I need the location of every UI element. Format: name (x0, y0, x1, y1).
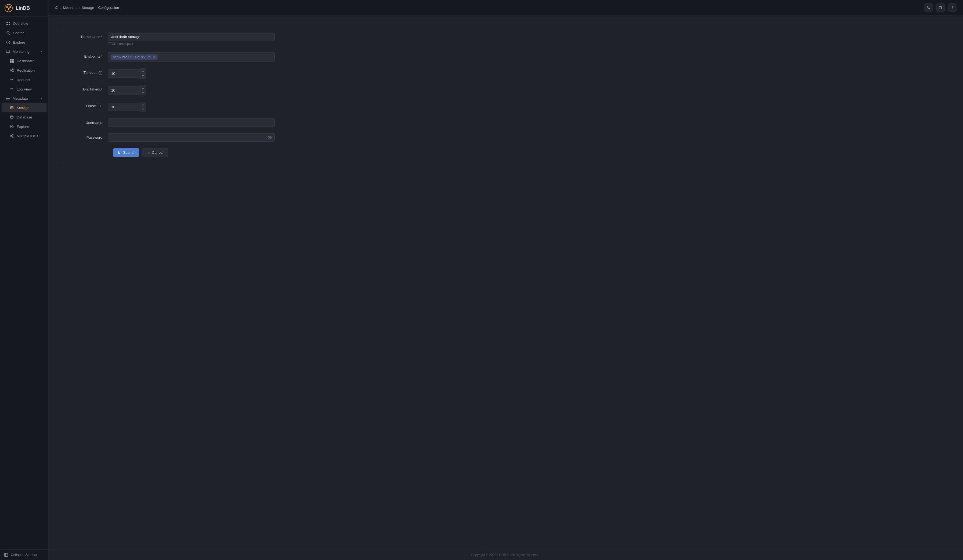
database-icon (10, 115, 14, 119)
password-toggle-btn[interactable] (268, 136, 272, 140)
storage-icon (10, 105, 14, 110)
sidebar-item-replication[interactable]: Replication (2, 66, 47, 75)
sidebar-section-metadata-label: Metadata (13, 96, 28, 100)
breadcrumb-storage[interactable]: Storage (82, 6, 94, 10)
lease-ttl-number-wrapper: ▲ ▼ (108, 102, 151, 112)
sidebar-section-metadata[interactable]: Metadata ▾ (2, 94, 47, 103)
svg-line-26 (11, 71, 12, 71)
sidebar: LinDB Overview Search (0, 0, 49, 560)
content-area: Namespace* ETCD namespace Endpoints* htt… (49, 15, 963, 550)
dial-timeout-control: ▲ ▼ (108, 85, 291, 95)
timeout-decrement-btn[interactable]: ▼ (140, 73, 146, 78)
lease-ttl-row: LeaseTTL ▲ ▼ (70, 102, 291, 112)
dial-timeout-row: DialTimeout ▲ ▼ (70, 85, 291, 95)
svg-point-32 (10, 106, 13, 107)
topbar: / Metadata / Storage / Configuration (49, 0, 963, 15)
sidebar-item-explore-meta[interactable]: Explore (2, 122, 47, 131)
timeout-label: Timeout ? (70, 68, 108, 75)
footer: Copyright © 2022 LinDB.io. All Rights Re… (49, 550, 963, 560)
lease-ttl-increment-btn[interactable]: ▲ (140, 102, 146, 107)
help-btn[interactable]: ? (948, 3, 957, 12)
github-icon (939, 6, 942, 10)
svg-line-40 (11, 135, 12, 136)
collapse-sidebar-btn[interactable]: Collapse Sidebar (0, 549, 48, 560)
lindb-logo-icon (4, 4, 13, 12)
cancel-button[interactable]: ✕ Cancel (143, 148, 168, 157)
svg-rect-42 (5, 553, 8, 557)
main-content: / Metadata / Storage / Configuration (49, 0, 963, 560)
svg-point-23 (12, 69, 13, 70)
dial-timeout-spinners: ▲ ▼ (140, 85, 146, 95)
breadcrumb-sep-0: / (60, 6, 62, 10)
dial-timeout-number-wrapper: ▲ ▼ (108, 85, 151, 95)
svg-rect-7 (6, 22, 8, 23)
cancel-icon: ✕ (148, 151, 150, 155)
dial-timeout-label: DialTimeout (70, 85, 108, 91)
sidebar-item-replication-label: Replication (17, 68, 35, 73)
dial-timeout-decrement-btn[interactable]: ▼ (140, 90, 146, 95)
svg-point-36 (11, 126, 12, 127)
namespace-hint: ETCD namespace (108, 42, 291, 46)
sidebar-item-multiple-idcs[interactable]: Multiple IDCs (2, 131, 47, 141)
submit-label: Submit (123, 151, 135, 155)
timeout-help-icon[interactable]: ? (99, 71, 102, 75)
compass-icon (6, 40, 10, 44)
namespace-label: Namespace* (70, 32, 108, 39)
svg-point-38 (10, 136, 11, 136)
sidebar-item-request[interactable]: Request (2, 75, 47, 84)
timeout-input[interactable] (108, 70, 140, 78)
replication-icon (10, 68, 14, 73)
svg-line-25 (11, 70, 12, 70)
endpoints-row: Endpoints* http://192.168.1.218:2379 ✕ (70, 52, 291, 62)
password-input-wrapper (108, 133, 275, 142)
svg-rect-19 (12, 59, 14, 61)
sidebar-item-overview-label: Overview (13, 21, 28, 26)
footer-text: Copyright © 2022 LinDB.io. All Rights Re… (471, 553, 540, 557)
github-btn[interactable] (936, 3, 945, 12)
endpoints-label: Endpoints* (70, 52, 108, 58)
sidebar-item-database[interactable]: Database (2, 113, 47, 122)
dial-timeout-increment-btn[interactable]: ▲ (140, 85, 146, 90)
username-input[interactable] (108, 118, 275, 127)
metadata-subnav: Storage Database (0, 103, 48, 141)
submit-button[interactable]: Submit (113, 148, 139, 157)
dial-timeout-input[interactable] (108, 86, 140, 94)
sidebar-navigation: Overview Search Explore (0, 16, 48, 549)
timeout-control: ▲ ▼ (108, 68, 291, 79)
password-input[interactable] (108, 133, 275, 142)
timeout-spinners: ▲ ▼ (140, 68, 146, 79)
sidebar-item-overview[interactable]: Overview (2, 19, 47, 28)
request-icon (10, 78, 14, 82)
svg-rect-21 (12, 61, 14, 63)
namespace-input[interactable] (108, 32, 275, 41)
breadcrumb-sep-1: / (79, 6, 80, 10)
sidebar-item-logview-label: Log View (17, 87, 31, 91)
svg-point-35 (10, 125, 13, 128)
svg-rect-18 (10, 59, 11, 61)
svg-rect-15 (6, 50, 10, 52)
chevron-down-icon: ▾ (41, 50, 42, 53)
svg-point-24 (12, 71, 13, 72)
cancel-label: Cancel (152, 151, 163, 155)
sidebar-item-dashboard[interactable]: Dashboard (2, 56, 47, 65)
sidebar-item-explore[interactable]: Explore (2, 38, 47, 47)
lease-ttl-input[interactable] (108, 103, 140, 111)
svg-rect-9 (6, 24, 8, 25)
sidebar-item-request-label: Request (17, 78, 30, 82)
sidebar-item-logview[interactable]: Log View (2, 84, 47, 94)
lease-ttl-decrement-btn[interactable]: ▼ (140, 107, 146, 112)
theme-toggle-btn[interactable] (924, 3, 933, 12)
svg-point-37 (13, 134, 13, 136)
sidebar-section-monitoring-label: Monitoring (13, 50, 30, 53)
namespace-control: ETCD namespace (108, 32, 291, 46)
sidebar-section-monitoring[interactable]: Monitoring ▾ (2, 47, 47, 56)
endpoint-tag-0: http://192.168.1.218:2379 ✕ (111, 54, 157, 60)
timeout-increment-btn[interactable]: ▲ (140, 69, 146, 73)
timeout-number-wrapper: ▲ ▼ (108, 68, 151, 79)
breadcrumb-metadata[interactable]: Metadata (63, 6, 78, 10)
svg-marker-14 (8, 42, 9, 43)
endpoint-remove-btn[interactable]: ✕ (153, 55, 156, 59)
sidebar-item-storage[interactable]: Storage (2, 103, 47, 112)
endpoints-field[interactable]: http://192.168.1.218:2379 ✕ (108, 52, 275, 62)
sidebar-item-search[interactable]: Search (2, 28, 47, 37)
